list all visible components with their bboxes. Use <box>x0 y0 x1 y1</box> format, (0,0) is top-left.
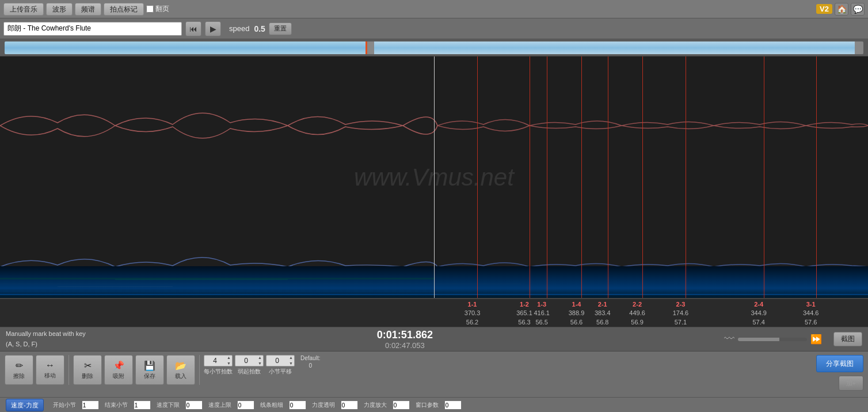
zoom-slider[interactable] <box>738 338 807 341</box>
opacity-label: 力度透明 <box>312 401 335 409</box>
start-beat-arrows[interactable]: ▲ ▼ <box>257 355 263 366</box>
beat-line <box>581 56 582 298</box>
svg-rect-4 <box>58 286 173 287</box>
import-tool-btn[interactable]: 📂 载入 <box>166 355 195 385</box>
beat-line <box>530 56 530 298</box>
status-hint: Manually mark beat with key (A, S, D, F) <box>6 329 86 349</box>
waveform-btn[interactable]: 波形 <box>46 3 73 16</box>
amplify-input[interactable] <box>393 400 410 410</box>
beats-up-arrow[interactable]: ▲ <box>226 355 232 361</box>
toolbar-divider-2 <box>199 355 200 385</box>
start-beat-group: 0 ▲ ▼ 弱起拍数 <box>235 355 264 376</box>
start-beat-down[interactable]: ▼ <box>257 361 263 366</box>
start-bar-input[interactable] <box>82 400 99 410</box>
home-icon[interactable]: 🏠 <box>835 3 848 16</box>
beat-line <box>816 56 817 298</box>
overview-waveform-right <box>374 41 855 54</box>
bar-shift-up[interactable]: ▲ <box>288 355 294 361</box>
move-tool-btn[interactable]: ↔ 移动 <box>36 355 64 385</box>
speed-value: 0.5 <box>254 24 265 33</box>
start-beat-input[interactable]: 0 ▲ ▼ <box>235 355 264 366</box>
share-cut-btn[interactable]: 分享截图 <box>816 355 863 372</box>
zoom-arrow[interactable]: ⏩ <box>810 334 822 345</box>
overview-bar <box>0 39 868 56</box>
beat-label-item: 1-4388.956.6 <box>569 300 585 327</box>
beats-down-arrow[interactable]: ▼ <box>226 361 232 366</box>
beats-per-bar-input[interactable]: 4 ▲ ▼ <box>204 355 233 366</box>
song-title-input[interactable] <box>3 22 182 36</box>
rewind-btn[interactable]: ⏮ <box>185 21 201 36</box>
speed-high-input[interactable] <box>237 400 254 410</box>
beat-btn[interactable]: 拍点标记 <box>104 3 144 16</box>
playhead-line <box>434 56 435 298</box>
amplify-label: 力度放大 <box>364 401 387 409</box>
plus-btn[interactable]: 加+ <box>839 376 863 391</box>
beat-line <box>608 56 608 298</box>
save-tool-btn[interactable]: 💾 保存 <box>135 355 164 385</box>
time-primary: 0:01:51.862 <box>86 329 724 341</box>
cut-view-btn[interactable]: 截图 <box>833 332 862 346</box>
right-panel: 分享截图 加+ <box>816 355 863 391</box>
erase-icon: ✏ <box>16 360 23 371</box>
beat-label-item: 1-3416.156.5 <box>534 300 550 327</box>
beat-label-item: 1-2365.156.3 <box>516 300 532 327</box>
line-thick-input[interactable] <box>289 400 306 410</box>
beat-line <box>642 56 643 298</box>
attach-icon: 📌 <box>113 360 124 371</box>
delete-tool-btn[interactable]: ✂ 删除 <box>73 355 102 385</box>
bar-shift-input[interactable]: 0 ▲ ▼ <box>266 355 295 366</box>
speed-label: speed <box>229 24 249 33</box>
beat-line <box>477 56 478 298</box>
speed-high-label: 速度上限 <box>208 401 231 409</box>
time-display: 0:01:51.862 0:02:47.053 <box>86 329 724 350</box>
second-toolbar: ⏮ ▶ speed 0.5 重置 <box>0 18 868 39</box>
beat-label-item: 2-4344.957.4 <box>751 300 767 327</box>
start-beat-up[interactable]: ▲ <box>257 355 263 361</box>
beat-line <box>764 56 764 298</box>
bottom-toolbar: ✏ 擦除 ↔ 移动 ✂ 删除 📌 吸附 💾 保存 📂 载入 4 ▲ ▼ 每小节拍… <box>0 351 868 398</box>
line-thick-label: 线条粗细 <box>260 401 283 409</box>
overview-playhead <box>366 41 367 54</box>
attach-tool-btn[interactable]: 📌 吸附 <box>104 355 133 385</box>
beats-per-bar-arrows[interactable]: ▲ ▼ <box>226 355 232 366</box>
bar-shift-arrows[interactable]: ▲ ▼ <box>288 355 294 366</box>
end-bar-input[interactable] <box>134 400 151 410</box>
flip-checkbox[interactable] <box>146 5 154 13</box>
beats-per-bar-group: 4 ▲ ▼ 每小节拍数 <box>204 355 233 376</box>
save-icon: 💾 <box>144 360 155 371</box>
default-group: Default: 0 <box>300 355 320 369</box>
chat-icon[interactable]: 💬 <box>851 3 865 16</box>
top-toolbar: 上传音乐 波形 频谱 拍点标记 翻页 V2 🏠 💬 <box>0 0 868 18</box>
end-bar-label: 结束小节 <box>105 401 128 409</box>
beat-line <box>686 56 686 298</box>
freq-btn[interactable]: 频谱 <box>75 3 101 16</box>
time-secondary: 0:02:47.053 <box>86 341 724 350</box>
beat-label-item: 3-1344.657.6 <box>803 300 819 327</box>
beat-label-item: 1-1370.356.2 <box>465 300 481 327</box>
svg-rect-3 <box>0 289 260 290</box>
main-waveform-area[interactable]: www.Vmus.net <box>0 56 868 298</box>
opacity-input[interactable] <box>341 400 358 410</box>
version-badge: V2 <box>816 4 832 14</box>
speed-force-btn[interactable]: 速度-力度 <box>6 399 44 411</box>
flip-checkbox-label[interactable]: 翻页 <box>146 4 169 14</box>
waveform-icon: 〰 <box>724 333 734 345</box>
start-bar-label: 开始小节 <box>53 401 76 409</box>
window-input[interactable] <box>444 400 462 410</box>
speed-low-input[interactable] <box>185 400 203 410</box>
svg-rect-7 <box>115 279 288 280</box>
bottom-checks-row: 速度-力度 开始小节 结束小节 速度下限 速度上限 线条粗细 力度透明 力度放大… <box>0 398 868 412</box>
import-icon: 📂 <box>175 360 186 371</box>
window-label: 窗口参数 <box>416 401 439 409</box>
beat-labels-row: 1-1370.356.21-2365.156.31-3416.156.51-43… <box>0 298 868 327</box>
erase-tool-btn[interactable]: ✏ 擦除 <box>5 355 33 385</box>
bar-shift-down[interactable]: ▼ <box>288 361 294 366</box>
toolbar-divider-1 <box>68 355 69 385</box>
svg-rect-5 <box>0 284 521 284</box>
reset-btn[interactable]: 重置 <box>269 22 292 35</box>
overview-track[interactable] <box>5 41 863 54</box>
svg-rect-2 <box>0 292 434 292</box>
sub-controls: 开始小节 结束小节 速度下限 速度上限 线条粗细 力度透明 力度放大 窗口参数 <box>53 400 862 410</box>
play-btn[interactable]: ▶ <box>205 21 221 36</box>
upload-btn[interactable]: 上传音乐 <box>3 3 44 16</box>
